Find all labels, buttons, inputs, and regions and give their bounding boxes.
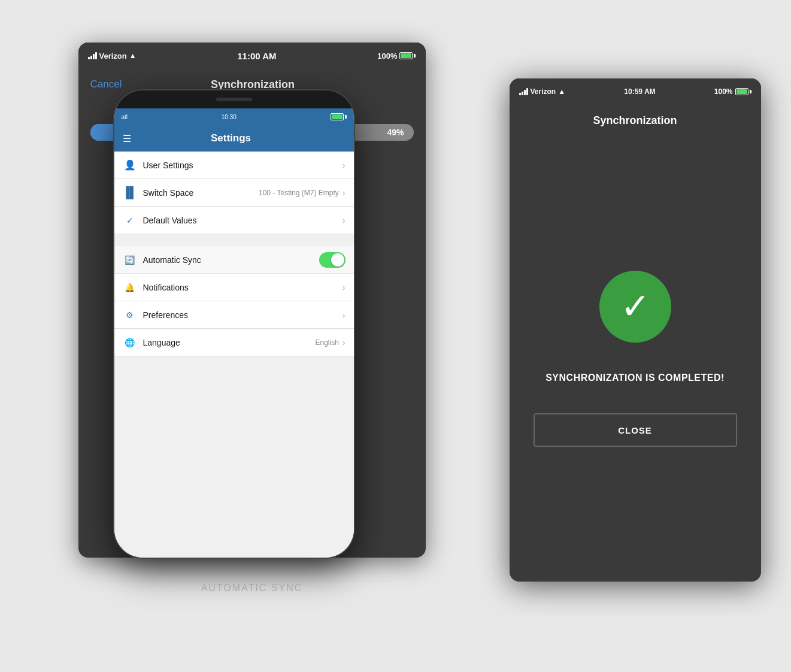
signal-bars-right (519, 88, 528, 95)
toggle-knob (331, 253, 344, 267)
phone-carrier: atl (122, 114, 128, 120)
cancel-button[interactable]: Cancel (90, 78, 122, 90)
auto-sync-toggle[interactable] (319, 252, 346, 268)
success-circle: ✓ (599, 271, 671, 343)
settings-item-user-settings[interactable]: 👤 User Settings › (114, 152, 354, 179)
phone-screen: atl 10:30 ☰ Settings 👤 (114, 108, 354, 558)
signal-bars-left (88, 52, 97, 59)
user-settings-chevron: › (343, 161, 346, 170)
notifications-chevron: › (343, 283, 346, 292)
settings-divider-1 (114, 234, 354, 246)
right-time: 10:59 AM (624, 87, 655, 96)
carrier-name-left: Verizon (99, 52, 127, 60)
phone-statusbar: atl 10:30 (114, 108, 354, 125)
settings-item-auto-sync[interactable]: 🔄 Automatic Sync (114, 246, 354, 274)
settings-item-notifications[interactable]: 🔔 Notifications › (114, 274, 354, 301)
default-values-chevron: › (343, 216, 346, 225)
phone-battery-icon (331, 113, 347, 120)
user-settings-label: User Settings (143, 161, 343, 170)
wifi-icon-right: ▲ (558, 87, 565, 96)
left-section: Verizon ▲ 11:00 AM 100% Cancel Synchroni… (66, 43, 438, 594)
auto-sync-label: Automatic Sync (143, 255, 319, 265)
settings-item-preferences[interactable]: ⚙ Preferences › (114, 301, 354, 329)
preferences-label: Preferences (143, 310, 343, 320)
right-battery: 100% (714, 87, 751, 96)
success-message: SYNCHRONIZATION IS COMPLETED! (545, 373, 725, 383)
preferences-icon: ⚙ (123, 310, 137, 320)
right-nav-title: Synchronization (593, 114, 677, 127)
language-label: Language (143, 338, 316, 347)
settings-item-language[interactable]: 🌐 Language English › (114, 329, 354, 356)
sync-bg-statusbar: Verizon ▲ 11:00 AM 100% (78, 43, 426, 69)
progress-label: 49% (387, 128, 404, 137)
sync-bg-title: Synchronization (211, 78, 295, 91)
settings-item-switch-space[interactable]: ▐▌ Switch Space 100 - Testing (M7) Empty… (114, 179, 354, 207)
auto-sync-icon: 🔄 (123, 255, 137, 265)
language-icon: 🌐 (123, 338, 137, 347)
phone-speaker (216, 98, 252, 101)
right-content: ✓ SYNCHRONIZATION IS COMPLETED! CLOSE (510, 136, 761, 582)
settings-section-main: 👤 User Settings › ▐▌ Switch Space 100 - … (114, 152, 354, 234)
caption-text: AUTOMATIC SYNC (201, 583, 303, 593)
battery-icon-left (399, 52, 416, 59)
success-check-icon: ✓ (620, 289, 650, 325)
default-values-icon: ✓ (123, 216, 137, 225)
switch-space-label: Switch Space (143, 188, 259, 198)
settings-list: 👤 User Settings › ▐▌ Switch Space 100 - … (114, 152, 354, 558)
default-values-label: Default Values (143, 216, 343, 225)
battery-left: 100% (377, 52, 416, 60)
battery-icon-right (735, 88, 751, 95)
scene: Verizon ▲ 11:00 AM 100% Cancel Synchroni… (66, 43, 725, 629)
close-button-label: CLOSE (618, 425, 652, 435)
close-button[interactable]: CLOSE (534, 413, 737, 447)
right-section: Verizon ▲ 10:59 AM 100% Synchronization … (510, 78, 761, 582)
right-statusbar: Verizon ▲ 10:59 AM 100% (510, 78, 761, 105)
notifications-icon: 🔔 (123, 283, 137, 292)
user-settings-icon: 👤 (123, 159, 137, 171)
preferences-chevron: › (343, 310, 346, 320)
carrier-left: Verizon ▲ (88, 52, 137, 60)
time-left: 11:00 AM (237, 51, 276, 61)
switch-space-value: 100 - Testing (M7) Empty (259, 189, 339, 197)
settings-section-sync: 🔄 Automatic Sync 🔔 Notifications › (114, 246, 354, 356)
switch-space-icon: ▐▌ (123, 186, 137, 199)
phone-time: 10:30 (222, 114, 237, 120)
phone-notch (114, 90, 354, 108)
language-value: English (315, 338, 338, 347)
right-carrier: Verizon ▲ (519, 87, 566, 96)
hamburger-icon[interactable]: ☰ (123, 133, 131, 144)
left-caption: AUTOMATIC SYNC (66, 583, 438, 594)
language-chevron: › (343, 338, 346, 347)
phone-frame: atl 10:30 ☰ Settings 👤 (114, 90, 354, 558)
switch-space-chevron: › (343, 188, 346, 198)
settings-item-default-values[interactable]: ✓ Default Values › (114, 207, 354, 234)
wifi-icon-left: ▲ (129, 52, 137, 60)
phone-navbar: ☰ Settings (114, 125, 354, 152)
notifications-label: Notifications (143, 283, 343, 292)
phone-nav-title: Settings (211, 132, 251, 144)
right-nav: Synchronization (510, 105, 761, 136)
